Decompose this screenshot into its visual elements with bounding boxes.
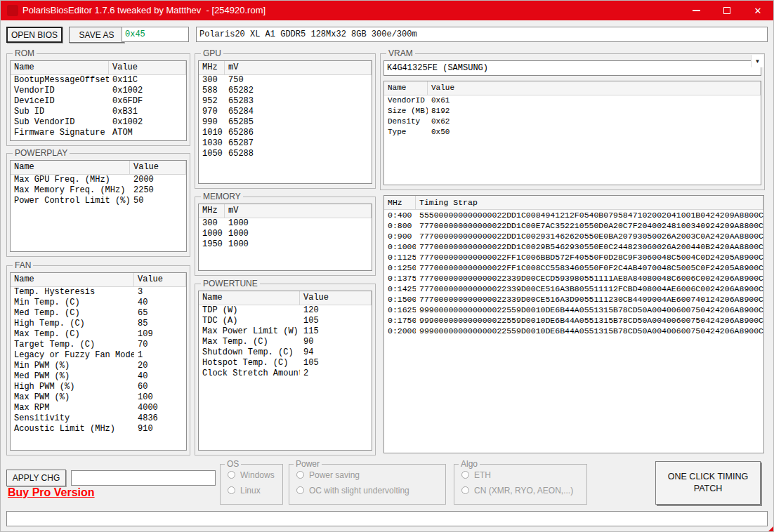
status-field[interactable]: [6, 511, 768, 526]
offset-input[interactable]: 0x45: [122, 27, 189, 42]
save-as-button[interactable]: SAVE AS: [69, 27, 124, 43]
table-row[interactable]: Target Temp. (C)70: [11, 340, 186, 350]
table-row[interactable]: Max Memory Freq. (MHz)2250: [11, 185, 186, 196]
column-header-name[interactable]: Name: [11, 273, 134, 286]
table-row[interactable]: Max RPM4000: [11, 403, 186, 413]
radio-option[interactable]: CN (XMR, RYO, AEON,...): [461, 485, 586, 496]
radio-option[interactable]: Power saving: [296, 470, 445, 480]
table-row[interactable]: Sub VendorID0x1002: [11, 117, 186, 128]
timing-strap-row[interactable]: 0:1250777000000000000022FF1C008CC5583460…: [384, 262, 763, 273]
timing-strap-row[interactable]: 0:1625999000000000000022559D0010DE6B44A0…: [384, 305, 763, 315]
radio-option[interactable]: ETH: [461, 470, 586, 480]
table-row[interactable]: High Temp. (C)85: [11, 319, 186, 329]
column-header-mhz[interactable]: MHz: [199, 204, 225, 218]
table-row[interactable]: 97065284: [199, 107, 372, 117]
timing-strap-row[interactable]: 0:1750999000000000000022559D0010DE6B44A0…: [384, 315, 763, 326]
table-row[interactable]: Hotspot Temp. (C)105: [199, 358, 372, 368]
table-row[interactable]: Max Power Limit (W)115: [199, 326, 372, 337]
table-row[interactable]: DeviceID0x6FDF: [11, 96, 186, 107]
close-icon: ✕: [754, 6, 762, 15]
table-row[interactable]: Sub ID0xB31: [11, 107, 186, 117]
titlebar[interactable]: PolarisBiosEditor 1.7.6 tweaked by Mattt…: [1, 1, 773, 20]
table-row[interactable]: Legacy or Fuzzy Fan Mode1: [11, 350, 186, 361]
table-row[interactable]: Sensitivity4836: [11, 413, 186, 424]
timing-strap-row[interactable]: 0:1000777000000000000022DD1C0029B5462930…: [384, 241, 763, 252]
table-row[interactable]: 103065287: [199, 138, 372, 149]
column-header-name[interactable]: Name: [11, 61, 109, 74]
column-header-name[interactable]: Name: [11, 161, 130, 174]
timing-strap-row[interactable]: 0:400555000000000000022DD1C0084941212F05…: [384, 210, 763, 220]
column-header-mv[interactable]: mV: [225, 204, 372, 218]
table-row[interactable]: Acoustic Limit (MHz)910: [11, 424, 186, 434]
open-bios-button[interactable]: OPEN BIOS: [6, 27, 63, 43]
table-row[interactable]: Med PWM (%)40: [11, 371, 186, 382]
table-row[interactable]: TDP (W)120: [199, 305, 372, 316]
table-row[interactable]: Clock Stretch Amount2: [199, 368, 372, 379]
table-row[interactable]: TDC (A)105: [199, 316, 372, 326]
timing-strap-row[interactable]: 0:900777000000000000022DD1C0029314626205…: [384, 231, 763, 241]
table-row[interactable]: Max Temp. (C)90: [199, 337, 372, 347]
resize-grip[interactable]: [768, 526, 773, 531]
table-row[interactable]: VendorID0x61: [384, 95, 761, 106]
buy-pro-version-link[interactable]: Buy Pro Version: [8, 486, 95, 499]
table-row[interactable]: Shutdown Temp. (C)94: [199, 347, 372, 358]
table-row[interactable]: Density0x62: [384, 117, 761, 127]
table-row[interactable]: Type0x50: [384, 127, 761, 138]
minimize-button[interactable]: [681, 1, 711, 20]
table-row[interactable]: High PWM (%)60: [11, 382, 186, 392]
table-row[interactable]: Temp. Hysteresis3: [11, 287, 186, 298]
radio-option[interactable]: OC with slight undervolting: [296, 485, 445, 496]
column-header-value[interactable]: Value: [428, 81, 761, 95]
table-row[interactable]: Max GPU Freq. (MHz)2000: [11, 175, 186, 185]
chevron-down-icon[interactable]: ▼: [751, 55, 763, 67]
table-row[interactable]: 58865282: [199, 86, 372, 96]
table-row[interactable]: Power Control Limit (%)50: [11, 196, 186, 206]
timing-strap-table: MHz Timing Strap 0:400555000000000000022…: [383, 195, 764, 453]
timing-strap-row[interactable]: 0:1125777000000000000022FF1C006BBD572F40…: [384, 252, 763, 262]
table-row[interactable]: 105065288: [199, 149, 372, 159]
column-header-mv[interactable]: mV: [225, 61, 372, 74]
timing-strap-row[interactable]: 0:800777000000000000022DD1C00E7AC3522105…: [384, 220, 763, 231]
timing-strap-row[interactable]: 0:1375777000000000000022339D00CECD593980…: [384, 273, 763, 284]
gpu-group-caption: GPU: [201, 48, 223, 59]
column-header-mhz[interactable]: MHz: [199, 61, 225, 74]
bios-description-field[interactable]: Polaris20 XL A1 GDDR5 128Mx32 8GB 300e/3…: [196, 27, 768, 42]
close-button[interactable]: ✕: [742, 1, 773, 20]
one-click-timing-patch-button[interactable]: ONE CLICK TIMING PATCH: [655, 461, 761, 505]
table-row[interactable]: 95265283: [199, 96, 372, 107]
column-header-timing-strap[interactable]: Timing Strap: [416, 196, 763, 209]
timing-strap-row[interactable]: 0:1500777000000000000022339D00CE516A3D90…: [384, 294, 763, 305]
apply-chg-button[interactable]: APPLY CHG: [6, 470, 66, 486]
table-row[interactable]: Max Temp. (C)109: [11, 329, 186, 340]
table-row[interactable]: 101065286: [199, 128, 372, 138]
table-row[interactable]: 3001000: [199, 218, 372, 229]
radio-option[interactable]: Windows: [228, 470, 282, 480]
table-row[interactable]: BootupMessageOffset0x11C: [11, 75, 186, 86]
memory-group-caption: MEMORY: [201, 192, 243, 202]
table-row[interactable]: Min Temp. (C)40: [11, 298, 186, 308]
column-header-value[interactable]: Value: [109, 61, 186, 74]
column-header-value[interactable]: Value: [300, 291, 372, 305]
apply-value-input[interactable]: [71, 470, 216, 486]
table-row[interactable]: Firmware SignatureATOM: [11, 128, 186, 138]
radio-option[interactable]: Linux: [228, 485, 282, 496]
powerplay-table: Name Value Max GPU Freq. (MHz)2000Max Me…: [10, 160, 187, 252]
table-row[interactable]: Min PWM (%)20: [11, 361, 186, 371]
column-header-name[interactable]: Name: [199, 291, 300, 305]
table-row[interactable]: 19501000: [199, 239, 372, 250]
maximize-button[interactable]: [711, 1, 742, 20]
timing-strap-row[interactable]: 0:1425777000000000000022339D00CE516A3B80…: [384, 284, 763, 294]
table-row[interactable]: Size (MB)8192: [384, 106, 761, 117]
column-header-value[interactable]: Value: [130, 161, 186, 174]
timing-strap-row[interactable]: 0:2000999000000000000022559D0010DE6B44A0…: [384, 326, 763, 336]
column-header-mhz[interactable]: MHz: [384, 196, 416, 209]
table-row[interactable]: Med Temp. (C)65: [11, 308, 186, 319]
table-row[interactable]: VendorID0x1002: [11, 86, 186, 96]
column-header-value[interactable]: Value: [134, 273, 186, 286]
column-header-name[interactable]: Name: [384, 81, 428, 95]
vram-module-select[interactable]: K4G41325FE (SAMSUNG): [383, 60, 761, 76]
table-row[interactable]: 300750: [199, 75, 372, 86]
table-row[interactable]: Max PWM (%)100: [11, 392, 186, 403]
table-row[interactable]: 99065285: [199, 117, 372, 128]
table-row[interactable]: 10001000: [199, 229, 372, 239]
